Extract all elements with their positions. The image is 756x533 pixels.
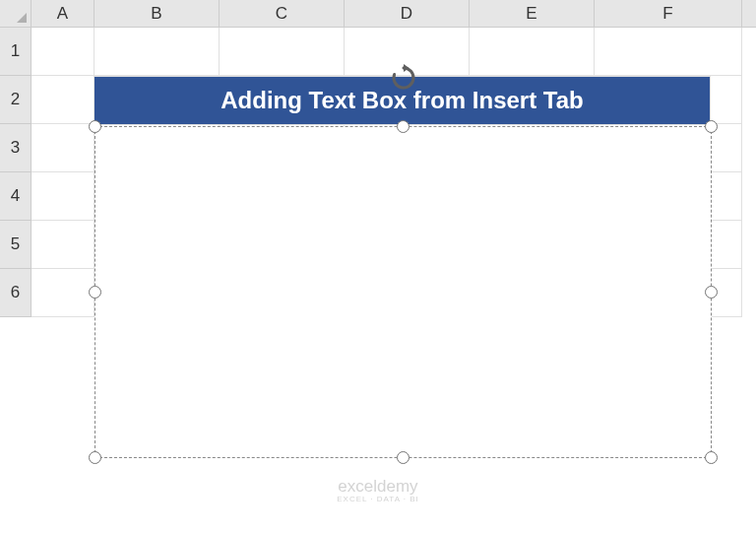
col-header-b[interactable]: B (94, 0, 220, 27)
select-all-corner[interactable] (0, 0, 32, 28)
col-header-d[interactable]: D (345, 0, 470, 27)
row-header-6[interactable]: 6 (0, 269, 31, 317)
resize-handle-nw[interactable] (89, 120, 101, 133)
row-header-2[interactable]: 2 (0, 76, 31, 124)
rotate-handle-icon[interactable] (388, 62, 419, 94)
resize-handle-n[interactable] (397, 120, 410, 133)
resize-handle-s[interactable] (397, 451, 410, 464)
resize-handle-se[interactable] (705, 451, 718, 464)
spreadsheet-view: A B C D E F 1 2 3 4 5 6 Adding Text Box … (0, 0, 756, 533)
col-header-a[interactable]: A (32, 0, 94, 27)
row-header-3[interactable]: 3 (0, 124, 31, 172)
resize-handle-e[interactable] (705, 286, 718, 299)
col-header-e[interactable]: E (470, 0, 595, 27)
text-box-shape[interactable] (94, 126, 712, 458)
column-header-row: A B C D E F (32, 0, 756, 28)
resize-handle-sw[interactable] (89, 451, 101, 464)
row-header-col: 1 2 3 4 5 6 (0, 28, 32, 317)
row-header-4[interactable]: 4 (0, 172, 31, 221)
resize-handle-w[interactable] (89, 286, 101, 299)
row-header-1[interactable]: 1 (0, 28, 31, 76)
col-header-c[interactable]: C (220, 0, 345, 27)
row-header-5[interactable]: 5 (0, 221, 31, 269)
col-header-f[interactable]: F (595, 0, 742, 27)
resize-handle-ne[interactable] (705, 120, 718, 133)
